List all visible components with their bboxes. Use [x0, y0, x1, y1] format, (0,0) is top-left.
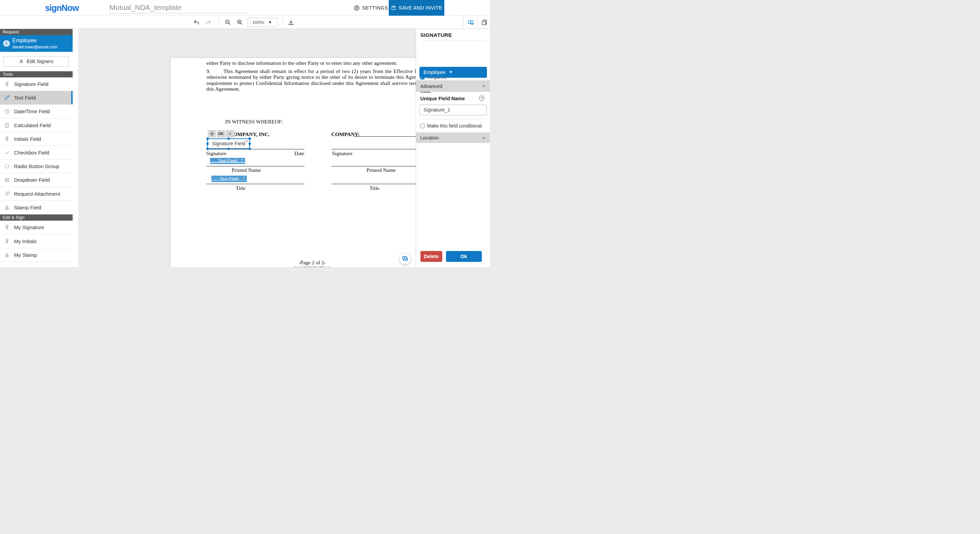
avatar [3, 40, 10, 47]
required-marker: * [242, 158, 243, 163]
resize-handle[interactable] [206, 137, 209, 140]
top-bar: signNow SETTINGS SAVE AND INVITE [0, 0, 490, 16]
resize-handle[interactable] [248, 148, 251, 150]
signnow-editor-window: signNow SETTINGS SAVE AND INVITE 100% Re… [0, 0, 490, 267]
placed-signature-field[interactable]: Signature Field * [207, 138, 250, 149]
redo-button[interactable] [205, 16, 212, 29]
pen-nib-icon [4, 136, 10, 142]
resize-handle[interactable] [248, 143, 251, 145]
download-button[interactable] [288, 16, 294, 29]
signature-line [206, 149, 304, 149]
zoom-level-value: 100% [252, 20, 264, 25]
sidebar-item-my-initials[interactable]: My Initials [0, 234, 73, 248]
required-marker: * [246, 139, 248, 145]
settings-button[interactable]: SETTINGS [353, 0, 388, 16]
role-value: Employee [423, 70, 445, 75]
sidebar-item-my-signature[interactable]: My Signature [0, 221, 73, 235]
pencil-icon [4, 95, 10, 100]
tools-section-header: Tools [0, 71, 73, 78]
undo-arrow-icon [193, 19, 200, 26]
resize-handle[interactable] [206, 143, 209, 145]
copy-pages-icon [481, 19, 488, 25]
role-dropdown[interactable]: Employee [419, 67, 487, 78]
sidebar-item-dropdown-field[interactable]: Dropdown Field [0, 173, 73, 187]
field-settings-button[interactable] [468, 16, 474, 29]
clause-text: This Agreement shall remain in effect fo… [207, 68, 440, 92]
sidebar-item-checkbox-field[interactable]: Checkbox Field [0, 146, 73, 160]
help-circle-icon[interactable] [479, 95, 485, 101]
sidebar-item-request-attachment[interactable]: Request Attachment [0, 187, 73, 201]
left-sidebar: Request Employee daniel.lowe@email.com E… [0, 29, 73, 267]
sidebar-item-datetime-field[interactable]: Date/Time Field [0, 105, 73, 118]
unique-field-name-label: Unique Field Name [420, 96, 465, 101]
caret-down-icon [269, 21, 271, 24]
signnow-logo[interactable]: signNow [45, 3, 79, 13]
field-delete-button[interactable] [226, 130, 234, 138]
field-move-button[interactable] [208, 130, 216, 138]
ok-button[interactable]: Ok [446, 251, 482, 262]
sidebar-item-stamp-field[interactable]: Stamp Field [0, 201, 73, 215]
delete-field-button[interactable]: Delete [420, 251, 442, 262]
person-icon [19, 59, 24, 64]
document-paragraph: either Party to disclose information to … [207, 60, 440, 66]
printed-name-label: Printed Name [367, 167, 396, 173]
save-and-invite-button[interactable]: SAVE AND INVITE [389, 0, 444, 16]
title-label: Title [235, 185, 245, 191]
page-number: -Page 2 of 2- [206, 259, 418, 265]
close-x-icon [228, 132, 232, 136]
resize-handle[interactable] [248, 137, 251, 140]
conditional-checkbox-row[interactable]: Make this field conditional [420, 123, 482, 129]
sidebar-item-signature-field[interactable]: Signature Field [0, 78, 73, 91]
resize-handle[interactable] [228, 137, 230, 140]
pen-nib-icon [4, 224, 10, 230]
calculator-icon [4, 122, 10, 128]
zoom-out-icon [225, 19, 231, 25]
pen-nib-icon [4, 238, 10, 244]
conditional-checkbox[interactable] [420, 124, 425, 128]
divider [420, 119, 486, 119]
edit-signers-button[interactable]: Edit Signers [3, 56, 69, 67]
divider [420, 41, 486, 41]
chevron-down-icon [481, 135, 486, 140]
zoom-level-select[interactable]: 100% [248, 18, 278, 27]
advanced-section-toggle[interactable]: Advanced [416, 81, 490, 92]
witness-whereof-line: IN WITNESS WHEREOF: [225, 119, 283, 125]
settings-label: SETTINGS [362, 5, 388, 11]
clause-number: 9. [207, 68, 211, 74]
toolbar-divider [283, 18, 283, 26]
move-arrows-icon [209, 131, 215, 137]
caret-down-icon [449, 71, 452, 73]
unique-field-name-input[interactable] [419, 105, 487, 115]
zoom-out-button[interactable] [225, 16, 231, 29]
copy-pages-button[interactable] [481, 16, 488, 29]
undo-button[interactable] [193, 16, 200, 29]
field-ok-button[interactable]: OK [217, 130, 225, 138]
checkmark-icon [4, 150, 10, 156]
edit-signers-section: Edit Signers [0, 52, 73, 72]
sidebar-item-initials-field[interactable]: Initials Field [0, 132, 73, 146]
location-section-toggle[interactable]: Location [416, 133, 490, 143]
placed-text-field[interactable]: Text Field * [212, 176, 247, 182]
chat-bubbles-icon [401, 255, 409, 262]
sidebar-item-my-stamp[interactable]: My Stamp [0, 248, 73, 262]
gear-icon [353, 5, 360, 11]
sidebar-scroll-track[interactable] [73, 29, 78, 267]
document-title-input[interactable] [110, 2, 246, 14]
field-properties-panel: SIGNATURE Required Role Employee Advance… [416, 29, 490, 267]
zoom-in-icon [237, 19, 243, 25]
download-icon [288, 19, 294, 25]
page-footer: -Page 2 of 2- CONFIDENTIAL [206, 259, 418, 267]
title-line [206, 184, 304, 184]
chat-support-button[interactable] [399, 253, 411, 265]
sidebar-item-text-field[interactable]: Text Field [0, 91, 73, 105]
signer-employee-row[interactable]: Employee daniel.lowe@email.com [0, 35, 73, 52]
zoom-in-button[interactable] [237, 16, 243, 29]
radio-circle-icon [4, 163, 10, 169]
printed-name-line [206, 166, 304, 167]
resize-handle[interactable] [228, 148, 230, 150]
placed-text-field[interactable]: Text Field * [210, 158, 245, 164]
sidebar-item-radio-button-group[interactable]: Radio Button Group [0, 160, 73, 173]
sidebar-item-calculated-field[interactable]: Calculated Field [0, 119, 73, 132]
resize-handle[interactable] [206, 148, 209, 150]
clock-icon [4, 108, 10, 114]
